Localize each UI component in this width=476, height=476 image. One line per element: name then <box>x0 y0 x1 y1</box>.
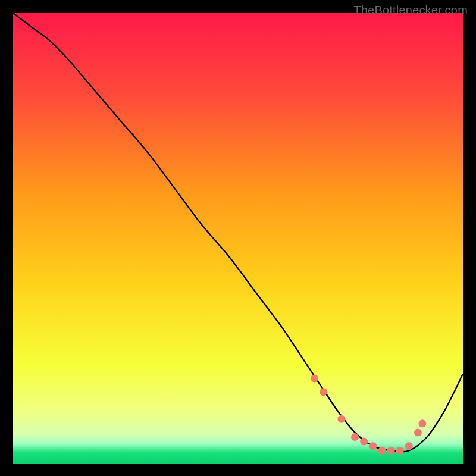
marker-point <box>387 447 395 455</box>
marker-point <box>360 438 368 446</box>
chart-plot <box>13 13 463 464</box>
marker-point <box>378 447 386 455</box>
chart-frame <box>13 13 463 464</box>
marker-point <box>311 374 318 382</box>
marker-point <box>405 442 413 450</box>
marker-point <box>351 433 359 441</box>
marker-point <box>396 447 404 455</box>
marker-point <box>418 419 426 427</box>
gradient-bg <box>13 13 463 464</box>
marker-point <box>414 428 422 436</box>
marker-point <box>320 388 327 396</box>
marker-point <box>369 442 377 450</box>
marker-point <box>337 415 345 423</box>
watermark-text: TheBottlenecker.com <box>353 4 468 17</box>
